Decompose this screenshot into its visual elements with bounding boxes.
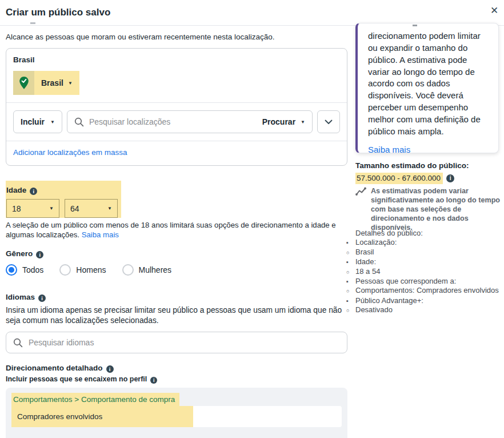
- selected-location-label: Brasil: [34, 71, 68, 95]
- square-bullet-icon: [346, 277, 355, 286]
- include-dropdown-button[interactable]: Incluir ▼: [13, 110, 62, 133]
- cropped-text-artifact: [30, 22, 35, 24]
- trend-line-icon: [355, 187, 366, 196]
- radio-selected-icon: [6, 264, 17, 276]
- caret-down-icon: ▼: [49, 206, 54, 211]
- audience-definition-tooltip: direcionamento podem limitar ou expandir…: [355, 23, 499, 153]
- selected-location-chip[interactable]: Brasil ▼: [13, 71, 79, 95]
- audience-details-title: Detalhes do público:: [346, 229, 502, 238]
- languages-section-label: Idiomasi: [6, 292, 46, 302]
- languages-description: Insira um idioma apenas se precisar limi…: [6, 305, 349, 326]
- location-search-input[interactable]: [89, 117, 257, 126]
- square-bullet-icon: [346, 257, 355, 266]
- age-max-dropdown[interactable]: 64 ▼: [65, 199, 118, 218]
- tooltip-text: direcionamento podem limitar ou expandir…: [368, 30, 490, 138]
- estimate-range-row: 57.500.000 - 67.600.000 i: [355, 173, 454, 184]
- estimate-range: 57.500.000 - 67.600.000: [355, 173, 443, 184]
- targeting-breadcrumb[interactable]: Comportamentos > Comportamento de compra: [11, 393, 179, 406]
- circle-bullet-icon: [346, 267, 355, 277]
- age-min-dropdown[interactable]: 18 ▼: [6, 199, 59, 218]
- search-icon: [13, 338, 23, 348]
- targeting-selected-item[interactable]: Compradores envolvidos: [11, 406, 342, 427]
- estimate-note: As estimativas podem variar significativ…: [355, 186, 501, 233]
- gender-option-homens[interactable]: Homens: [59, 264, 106, 276]
- age-learn-more-link[interactable]: Saiba mais: [82, 230, 119, 239]
- audience-detail-item: Pessoas que correspondem a:: [346, 277, 502, 286]
- locations-panel: Brasil Brasil ▼ Incluir ▼: [6, 48, 347, 166]
- caret-down-icon: ▼: [68, 81, 79, 86]
- audience-details: Detalhes do público: Localização: Brasil…: [346, 229, 502, 316]
- age-warning-text: A seleção de um público com menos de 18 …: [6, 221, 349, 240]
- cropped-text-artifact: [413, 25, 417, 26]
- languages-search-field: [6, 332, 347, 353]
- close-icon[interactable]: ✕: [490, 5, 498, 17]
- gender-radio-group: Todos Homens Mulheres: [6, 264, 171, 276]
- circle-bullet-icon: [346, 286, 355, 296]
- chevron-down-icon: [325, 120, 333, 125]
- expand-locations-button[interactable]: [317, 110, 340, 133]
- caret-down-icon: ▼: [301, 120, 305, 125]
- location-search-row: Incluir ▼ Procurar ▼: [13, 110, 340, 133]
- search-icon: [74, 117, 84, 127]
- audience-detail-item: Idade:: [346, 257, 502, 266]
- detailed-targeting-label: Direcionamento detalhadoi: [6, 363, 114, 373]
- caret-down-icon: ▼: [50, 120, 55, 125]
- audience-detail-item: Desativado: [346, 305, 502, 315]
- audience-detail-item: Comportamentos: Compradores envolvidos: [346, 286, 502, 296]
- detailed-targeting-include-label: Incluir pessoas que se encaixem no perfi…: [6, 375, 157, 384]
- location-pin-icon: [13, 71, 34, 95]
- tooltip-learn-more-link[interactable]: Saiba mais: [368, 145, 410, 153]
- detailed-targeting-panel: Comportamentos > Comportamento de compra…: [6, 388, 347, 438]
- info-icon[interactable]: i: [446, 174, 454, 182]
- location-intro-text: Alcance as pessoas que moram ou estivera…: [6, 33, 275, 41]
- age-highlight: Idadei 18 ▼ 64 ▼: [6, 181, 121, 218]
- bulk-add-locations-link[interactable]: Adicionar localizações em massa: [13, 148, 127, 157]
- audience-detail-item: Público Advantage+:: [346, 296, 502, 305]
- audience-detail-item: Localização:: [346, 238, 502, 247]
- gender-section-label: Gêneroi: [6, 248, 43, 258]
- divider: [6, 102, 347, 103]
- info-icon[interactable]: i: [106, 365, 114, 373]
- info-icon[interactable]: i: [150, 377, 157, 384]
- age-label: Idade: [6, 186, 26, 194]
- circle-bullet-icon: [346, 248, 355, 257]
- browse-dropdown-button[interactable]: Procurar ▼: [262, 117, 305, 126]
- age-section: Idadei 18 ▼ 64 ▼: [6, 181, 121, 218]
- estimate-note-text: As estimativas podem variar significativ…: [371, 186, 501, 233]
- divider: [6, 141, 347, 141]
- circle-bullet-icon: [346, 305, 355, 315]
- audience-detail-item: 18 a 54: [346, 267, 502, 277]
- audience-detail-item: Brasil: [346, 248, 502, 257]
- info-icon[interactable]: i: [38, 294, 46, 302]
- radio-icon: [122, 264, 134, 276]
- create-saved-audience-dialog: Criar um público salvo ✕ Alcance as pess…: [0, 0, 504, 438]
- location-group-label: Brasil: [13, 55, 340, 64]
- caret-down-icon: ▼: [107, 206, 112, 211]
- radio-icon: [59, 264, 71, 276]
- info-icon[interactable]: i: [30, 188, 37, 195]
- languages-search-input[interactable]: [29, 338, 340, 347]
- location-search-field: Procurar ▼: [67, 110, 313, 133]
- dialog-title: Criar um público salvo: [6, 7, 110, 18]
- square-bullet-icon: [346, 238, 355, 247]
- estimate-title: Tamanho estimado do público:: [355, 161, 469, 170]
- square-bullet-icon: [346, 296, 355, 305]
- info-icon[interactable]: i: [36, 251, 43, 258]
- gender-option-todos[interactable]: Todos: [6, 264, 43, 276]
- gender-option-mulheres[interactable]: Mulheres: [122, 264, 172, 276]
